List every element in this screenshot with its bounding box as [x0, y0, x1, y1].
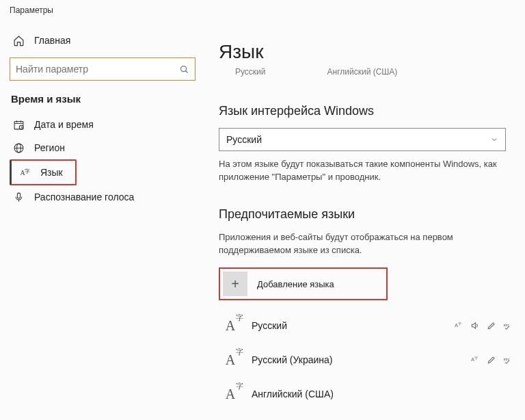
display-lang-icon: A字 — [470, 355, 480, 365]
sidebar-item-language-highlight: A字 Язык — [10, 159, 77, 185]
capability-icons: A字 abc — [470, 355, 513, 365]
sidebar-item-speech[interactable]: Распознавание голоса — [10, 185, 196, 209]
main-content: Язык Русский Английский (США) Язык интер… — [205, 22, 525, 420]
handwriting-icon — [487, 321, 496, 330]
svg-line-1 — [186, 70, 188, 73]
language-item[interactable]: A字 Английский (США) — [219, 377, 513, 411]
sublabel-1: Русский — [235, 67, 266, 77]
nav-home[interactable]: Главная — [10, 29, 196, 52]
language-name: Русский — [252, 320, 287, 331]
svg-text:字: 字 — [24, 168, 29, 174]
svg-text:字: 字 — [458, 322, 461, 326]
svg-text:字: 字 — [474, 356, 478, 360]
sidebar-item-language[interactable]: A字 Язык — [12, 161, 75, 184]
search-input[interactable] — [16, 64, 179, 75]
nav-home-label: Главная — [34, 35, 70, 46]
sidebar-item-label: Дата и время — [34, 119, 94, 130]
language-a-icon: A字 — [18, 166, 31, 179]
svg-line-8 — [21, 127, 22, 128]
title-sublabels: Русский Английский (США) — [219, 67, 511, 77]
svg-point-0 — [181, 66, 187, 71]
add-language-label: Добавление языка — [257, 279, 334, 289]
language-item[interactable]: A字 Русский A字 abc — [219, 309, 513, 343]
language-glyph-icon: A字 — [219, 348, 242, 371]
sublabel-2: Английский (США) — [327, 67, 398, 77]
language-name: Английский (США) — [252, 389, 334, 399]
sidebar-item-label: Распознавание голоса — [34, 192, 134, 202]
spellcheck-icon: abc — [503, 355, 513, 365]
preferred-languages-heading: Предпочитаемые языки — [219, 207, 511, 222]
window-title: Параметры — [0, 0, 525, 22]
plus-icon: + — [223, 272, 247, 296]
language-item[interactable]: A字 Русский (Украина) A字 abc — [219, 343, 513, 377]
sidebar-section-title: Время и язык — [11, 93, 196, 105]
sidebar-item-region[interactable]: Регион — [10, 136, 196, 159]
chevron-down-icon — [490, 135, 498, 144]
sidebar-item-label: Язык — [40, 167, 63, 178]
preferred-languages-hint: Приложения и веб-сайты будут отображатьс… — [219, 231, 513, 257]
tts-icon — [470, 321, 480, 330]
add-language-button[interactable]: + Добавление языка — [223, 272, 334, 296]
add-language-highlight: + Добавление языка — [219, 267, 388, 300]
display-language-heading: Язык интерфейса Windows — [219, 104, 511, 118]
sidebar-item-label: Регион — [34, 142, 65, 153]
display-language-dropdown[interactable]: Русский — [219, 128, 506, 151]
globe-icon — [12, 142, 25, 154]
home-icon — [12, 34, 25, 47]
language-name: Русский (Украина) — [252, 354, 332, 365]
dropdown-value: Русский — [226, 134, 262, 145]
calendar-clock-icon — [12, 118, 25, 131]
language-glyph-icon: A字 — [219, 382, 242, 406]
search-box[interactable] — [10, 57, 196, 81]
microphone-icon — [12, 191, 25, 203]
display-lang-icon: A字 — [454, 321, 463, 330]
language-glyph-icon: A字 — [219, 314, 242, 337]
capability-icons: A字 abc — [454, 321, 513, 330]
search-icon — [179, 64, 189, 75]
spellcheck-icon: abc — [503, 321, 513, 330]
page-title: Язык — [219, 41, 511, 63]
sidebar-item-datetime[interactable]: Дата и время — [10, 113, 196, 136]
svg-rect-14 — [17, 193, 20, 198]
search-wrap — [10, 57, 196, 81]
sidebar: Главная Время и язык Дата и время Регион — [0, 22, 205, 420]
handwriting-icon — [487, 355, 496, 365]
display-language-hint: На этом языке будут показываться такие к… — [219, 158, 513, 184]
